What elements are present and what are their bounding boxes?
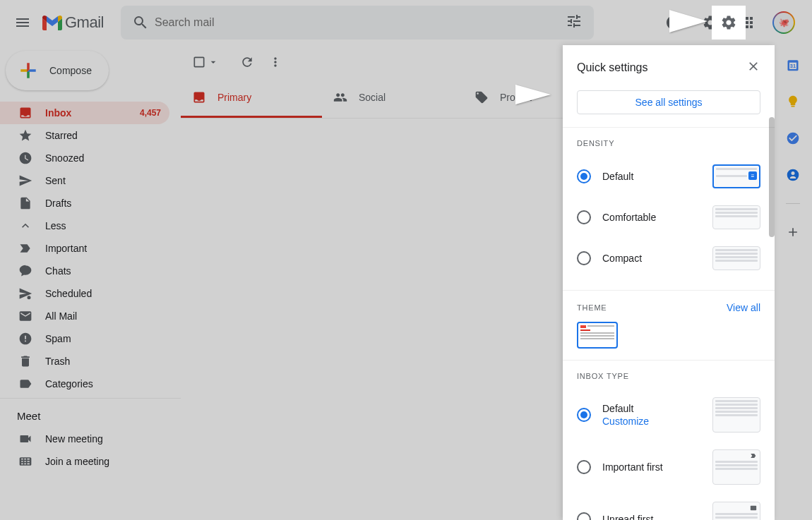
sidebar-item-less[interactable]: Less	[0, 214, 169, 237]
search-options-icon[interactable]	[560, 7, 588, 38]
more-vert-icon	[268, 55, 282, 69]
option-label: Default	[602, 403, 701, 414]
sidebar-item-new-meeting[interactable]: New meeting	[0, 428, 169, 450]
compose-label: Compose	[49, 65, 92, 76]
theme-section: THEME View all	[563, 290, 775, 360]
inbox-type-important[interactable]: Important first	[577, 441, 760, 493]
sidebar-item-label: All Mail	[45, 310, 77, 322]
sidebar-item-label: Categories	[45, 378, 93, 389]
sidebar-item-label: New meeting	[45, 433, 103, 445]
chevron-up-icon	[18, 219, 32, 233]
option-label: Compact	[602, 253, 701, 264]
theme-title: THEME	[577, 303, 607, 312]
sidebar-item-drafts[interactable]: Drafts	[0, 192, 169, 214]
sidebar-item-label: Starred	[45, 130, 78, 141]
sidebar-item-snoozed[interactable]: Snoozed	[0, 147, 169, 169]
inbox-preview	[712, 502, 760, 520]
close-icon	[746, 59, 760, 73]
tab-primary[interactable]: Primary	[181, 79, 322, 118]
sidebar-item-sent[interactable]: Sent	[0, 169, 169, 192]
search-input[interactable]	[155, 16, 560, 29]
tab-label: Social	[359, 92, 386, 103]
contacts-addon[interactable]	[784, 167, 801, 183]
sidebar-item-starred[interactable]: Starred	[0, 124, 169, 147]
sidebar-item-label: Sent	[45, 175, 66, 186]
density-preview	[712, 246, 760, 270]
svg-point-5	[791, 171, 794, 175]
get-addons-button[interactable]	[784, 224, 801, 241]
mail-icon	[18, 309, 32, 323]
sidebar-item-label: Trash	[45, 356, 70, 367]
density-section: DENSITY Default ≡ Comfortable Compact	[563, 127, 775, 290]
radio-icon	[577, 169, 591, 183]
more-button[interactable]	[261, 48, 289, 76]
sidebar-item-label: Less	[45, 220, 66, 231]
scrollbar-thumb[interactable]	[769, 117, 775, 237]
sidebar-item-scheduled[interactable]: Scheduled	[0, 282, 169, 305]
sidebar-item-label: Snoozed	[45, 152, 84, 164]
tutorial-arrow-settings	[669, 10, 707, 32]
radio-icon	[577, 251, 591, 265]
sidebar-item-label: Important	[45, 243, 87, 254]
tab-label: Primary	[217, 92, 251, 103]
account-button[interactable]: 🐙	[767, 6, 801, 40]
settings-button-highlight[interactable]	[712, 6, 746, 40]
sidebar-item-label: Join a meeting	[45, 456, 109, 467]
gear-icon	[720, 14, 737, 31]
sidebar-item-inbox[interactable]: Inbox 4,457	[0, 102, 169, 124]
tutorial-arrow-see-all	[515, 85, 551, 104]
view-all-themes-link[interactable]: View all	[727, 302, 760, 313]
quick-settings-highlight: Quick settings See all settings	[563, 45, 775, 114]
inbox-type-unread[interactable]: Unread first	[577, 493, 760, 520]
radio-icon	[577, 512, 591, 520]
sidebar-item-important[interactable]: Important	[0, 237, 169, 260]
inbox-preview	[712, 449, 760, 485]
sidebar-item-categories[interactable]: Categories	[0, 373, 169, 395]
customize-link[interactable]: Customize	[602, 416, 701, 427]
density-option-compact[interactable]: Compact	[577, 238, 760, 279]
search-bar[interactable]	[121, 6, 594, 40]
theme-thumbnail[interactable]	[577, 322, 618, 349]
radio-icon	[577, 460, 591, 474]
scheduled-icon	[18, 286, 32, 301]
hamburger-icon	[14, 14, 31, 31]
close-button-hl[interactable]	[744, 56, 763, 79]
star-icon	[18, 128, 32, 143]
side-addons-panel: 31	[772, 45, 812, 520]
keyboard-icon	[18, 454, 32, 468]
density-title: DENSITY	[577, 139, 614, 147]
search-icon[interactable]	[126, 8, 155, 37]
calendar-addon[interactable]: 31	[784, 56, 801, 73]
quick-settings-title-hl: Quick settings	[577, 61, 647, 74]
inbox-count: 4,457	[140, 108, 161, 118]
video-icon	[18, 432, 32, 446]
side-panel-divider	[786, 203, 800, 204]
sidebar-item-chats[interactable]: Chats	[0, 260, 169, 282]
density-option-default[interactable]: Default ≡	[577, 156, 760, 197]
refresh-button[interactable]	[233, 48, 261, 76]
tasks-addon[interactable]	[784, 130, 801, 147]
sidebar-item-allmail[interactable]: All Mail	[0, 305, 169, 327]
density-option-comfortable[interactable]: Comfortable	[577, 197, 760, 238]
tab-social[interactable]: Social	[322, 79, 463, 118]
see-all-settings-button-hl[interactable]: See all settings	[577, 90, 760, 114]
radio-icon	[577, 408, 591, 422]
main-menu-button[interactable]	[6, 6, 40, 40]
svg-point-3	[787, 133, 799, 145]
meet-section-header: Meet	[0, 401, 181, 428]
compose-button[interactable]: Compose	[6, 51, 109, 90]
option-label: Important first	[602, 461, 701, 473]
sidebar-item-trash[interactable]: Trash	[0, 350, 169, 373]
gmail-icon	[42, 15, 62, 30]
svg-text:31: 31	[789, 63, 795, 69]
inbox-type-default[interactable]: Default Customize	[577, 389, 760, 441]
clock-icon	[18, 151, 32, 165]
select-all-checkbox[interactable]	[192, 55, 219, 69]
gmail-logo[interactable]: Gmail	[42, 13, 104, 32]
tag-icon	[474, 90, 489, 104]
sidebar-item-join-meeting[interactable]: Join a meeting	[0, 450, 169, 473]
keep-addon[interactable]	[784, 93, 801, 110]
option-label: Unread first	[602, 514, 701, 520]
density-preview	[712, 205, 760, 229]
sidebar-item-spam[interactable]: Spam	[0, 327, 169, 350]
